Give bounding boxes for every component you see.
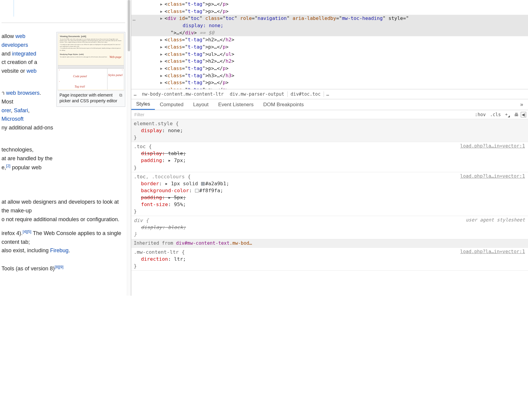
- dom-tree[interactable]: ▶<class="t-tag">p>…</p>▶<class="t-tag">p…: [131, 0, 528, 89]
- cls-toggle[interactable]: .cls: [488, 112, 503, 117]
- styles-toolbar: Filter :hov .cls +◢ 🖶 ◀|: [131, 110, 528, 119]
- rule-toc[interactable]: load.php?la…in=vector:1 .toc { display: …: [131, 142, 528, 172]
- dom-node[interactable]: ▶<class="t-tag">h2>…</h2>: [131, 58, 528, 65]
- para2: at allow web designers and developers to…: [2, 198, 125, 224]
- new-rule-button[interactable]: +◢: [503, 112, 512, 118]
- enlarge-icon[interactable]: ⧉: [119, 92, 122, 98]
- styles-filter-input[interactable]: Filter: [131, 112, 473, 117]
- para4: Tools (as of version 8)[8][9]: [2, 264, 125, 273]
- thumbnail-caption: Page inspector with element picker and C…: [59, 93, 117, 103]
- content-scrollbar[interactable]: [127, 0, 131, 296]
- link-safari[interactable]: Safari: [14, 107, 28, 113]
- dom-node[interactable]: ▶<class="t-tag">p>…</p>: [131, 65, 528, 72]
- ref-8[interactable]: [8]: [55, 265, 59, 269]
- dom-node[interactable]: ▶<class="t-tag">h2>…</h2>: [131, 36, 528, 43]
- color-swatch[interactable]: [195, 189, 199, 192]
- tabs-overflow-icon[interactable]: »: [515, 101, 528, 108]
- rule-element-style[interactable]: element.style { display: none; }: [131, 119, 528, 142]
- dom-node[interactable]: ▶<class="t-tag">ul>…</ul>: [131, 51, 528, 58]
- toggle-sidebar-icon[interactable]: ◀|: [521, 112, 526, 117]
- link-web-browsers[interactable]: web browsers: [6, 90, 40, 96]
- dom-node[interactable]: ▶<class="t-tag">h3>…</h3>: [131, 72, 528, 79]
- dom-node[interactable]: ▶<class="t-tag">p>…</p>: [131, 43, 528, 51]
- thumbnail-image[interactable]: Viewing Documents [edit] To view the HTM…: [58, 33, 124, 91]
- link-web[interactable]: web: [27, 68, 37, 74]
- thumbnail-label-webpage: Web-page: [109, 55, 121, 59]
- link-orer[interactable]: orer: [2, 107, 11, 113]
- rule-source-ua: user agent stylesheet: [466, 217, 525, 224]
- dom-node[interactable]: ▶<class="t-tag">p>…</p>: [131, 1, 528, 8]
- breadcrumb: … nw-body-content.mw-content-ltr div.mw-…: [131, 89, 528, 99]
- link-integrated[interactable]: integrated: [12, 51, 36, 57]
- rule-toc-toccolours[interactable]: load.php?la…in=vector:1 .toc, .toccolour…: [131, 172, 528, 216]
- tab-styles[interactable]: Styles: [131, 99, 155, 110]
- breadcrumb-more-left[interactable]: …: [131, 91, 139, 97]
- thumbnail-figure: Viewing Documents [edit] To view the HTM…: [56, 32, 125, 107]
- dom-node-selected[interactable]: ⋯▶<div id="toc" class="toc" role="naviga…: [131, 15, 528, 36]
- dom-node[interactable]: ▶<class="t-tag">p>…</p>: [131, 86, 528, 89]
- tab-layout[interactable]: Layout: [188, 100, 213, 110]
- ref-9[interactable]: [9]: [59, 265, 63, 269]
- rule-source-link[interactable]: load.php?la…in=vector:1: [460, 143, 525, 150]
- color-swatch[interactable]: [201, 182, 205, 186]
- ref-4[interactable]: [4]: [23, 229, 27, 234]
- link-microsoft[interactable]: Microsoft: [2, 116, 24, 122]
- device-icon[interactable]: 🖶: [512, 112, 521, 117]
- devtools-tabs: Styles Computed Layout Event Listeners D…: [131, 99, 528, 110]
- styles-rules[interactable]: element.style { display: none; } load.ph…: [131, 119, 528, 296]
- tab-dom-breakpoints[interactable]: DOM Breakpoints: [258, 100, 309, 110]
- breadcrumb-item[interactable]: nw-body-content.mw-content-ltr: [139, 91, 227, 97]
- dom-node[interactable]: ▶<class="t-tag">p>…</p>: [131, 79, 528, 86]
- ref-5[interactable]: [5]: [27, 229, 31, 234]
- tab-event-listeners[interactable]: Event Listeners: [213, 100, 258, 110]
- breadcrumb-item[interactable]: div.mw-parser-output: [227, 91, 287, 97]
- dom-node[interactable]: ▶<class="t-tag">p>…</p>: [131, 8, 528, 15]
- para3: irefox 4).[4][5] The Web Console applies…: [2, 229, 125, 255]
- rule-mw-content-ltr[interactable]: load.php?la…in=vector:1 .mw-content-ltr …: [131, 248, 528, 271]
- rule-div-ua[interactable]: user agent stylesheet div { display: blo…: [131, 216, 528, 239]
- breadcrumb-item-active[interactable]: div#toc.toc: [287, 91, 324, 97]
- tab-computed[interactable]: Computed: [155, 100, 188, 110]
- hov-toggle[interactable]: :hov: [473, 112, 488, 117]
- breadcrumb-more-right[interactable]: …: [324, 91, 331, 97]
- devtools-panel: ▶<class="t-tag">p>…</p>▶<class="t-tag">p…: [131, 0, 528, 296]
- thumbnail-label-styles: Styles panel: [108, 73, 123, 78]
- article-content: Viewing Documents [edit] To view the HTM…: [0, 0, 127, 296]
- thumbnail-label-code: Code panel: [73, 74, 87, 79]
- inherited-from: Inherited from div#mw-content-text.mw-bo…: [131, 239, 528, 248]
- link-firebug[interactable]: Firebug: [50, 247, 69, 253]
- rule-source-link[interactable]: load.php?la…in=vector:1: [460, 173, 525, 180]
- ref-2[interactable]: [2]: [6, 164, 10, 168]
- thumbnail-label-trail: Tag trail: [75, 84, 85, 89]
- rule-source-link[interactable]: load.php?la…in=vector:1: [460, 249, 525, 255]
- tech-paragraph: technologies, at are handled by the e,[2…: [2, 145, 125, 172]
